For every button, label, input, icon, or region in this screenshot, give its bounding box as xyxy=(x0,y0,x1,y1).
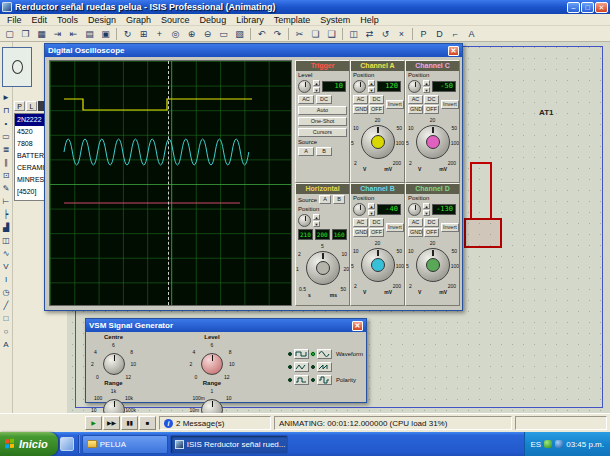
channel-c-invert-button[interactable]: Invert xyxy=(441,100,459,109)
trigger-coupling-dc[interactable]: DC xyxy=(316,95,332,104)
pick-parts-button[interactable]: P xyxy=(14,101,25,111)
zoom-in-icon[interactable]: ⊕ xyxy=(184,27,199,41)
signal-generator-window[interactable]: VSM Signal Generator ✕ Centre 0 2 4 6 8 … xyxy=(85,318,367,403)
menu-system[interactable]: System xyxy=(315,15,355,25)
taskbar-task-pelua[interactable]: PELUA xyxy=(82,435,168,454)
current-probe-icon[interactable]: I xyxy=(0,274,12,287)
signal-generator-titlebar[interactable]: VSM Signal Generator ✕ xyxy=(86,319,366,332)
mark-output-area-icon[interactable]: ▣ xyxy=(98,27,113,41)
text-script-icon[interactable]: ≣ xyxy=(0,144,12,157)
block-rotate-icon[interactable]: ↺ xyxy=(378,27,393,41)
toggle-grid-icon[interactable]: ⊞ xyxy=(136,27,151,41)
channel-a-coupling-dc[interactable]: DC xyxy=(369,95,384,104)
channel-c-gain-knob[interactable] xyxy=(416,125,450,159)
block-move-icon[interactable]: ⇄ xyxy=(362,27,377,41)
taskbar-task-isis[interactable]: ISIS Rerductor señal rued... xyxy=(170,435,288,454)
position-up-button[interactable]: ▲ xyxy=(368,203,375,209)
make-device-icon[interactable]: D xyxy=(432,27,447,41)
export-section-icon[interactable]: ⇤ xyxy=(66,27,81,41)
square-wave-button[interactable] xyxy=(294,349,309,359)
channel-b-coupling-ac[interactable]: AC xyxy=(353,218,368,227)
level-knob[interactable] xyxy=(201,353,223,375)
trigger-auto-button[interactable]: Auto xyxy=(298,106,347,115)
block-delete-icon[interactable]: × xyxy=(394,27,409,41)
pick-device-icon[interactable]: P xyxy=(416,27,431,41)
paste-icon[interactable]: ❑ xyxy=(324,27,339,41)
unipolar-button[interactable] xyxy=(294,375,309,385)
oscilloscope-window[interactable]: Digital Oscilloscope ✕ Trigger Level xyxy=(44,43,463,311)
position-down-button[interactable]: ▼ xyxy=(423,210,430,216)
trigger-cursors-button[interactable]: Cursors xyxy=(298,128,347,137)
start-button[interactable]: Inicio xyxy=(0,432,58,456)
zoom-all-icon[interactable]: ▭ xyxy=(216,27,231,41)
position-down-button[interactable]: ▼ xyxy=(368,87,375,93)
channel-a-coupling-gnd[interactable]: GND xyxy=(353,105,368,114)
tray-status-icon[interactable] xyxy=(544,440,552,448)
voltage-probe-icon[interactable]: V xyxy=(0,261,12,274)
step-button[interactable]: ▶▶ xyxy=(103,416,120,430)
junction-dot-icon[interactable]: • xyxy=(0,118,12,131)
channel-c-coupling-ac[interactable]: AC xyxy=(408,95,423,104)
minimize-button[interactable]: – xyxy=(567,2,580,13)
graph-mode-icon[interactable]: ▟ xyxy=(0,222,12,235)
channel-a-coupling-ac[interactable]: AC xyxy=(353,95,368,104)
block-copy-icon[interactable]: ◫ xyxy=(346,27,361,41)
position-down-button[interactable]: ▼ xyxy=(368,210,375,216)
channel-b-invert-button[interactable]: Invert xyxy=(386,223,404,232)
oscilloscope-titlebar[interactable]: Digital Oscilloscope ✕ xyxy=(45,44,462,57)
undo-icon[interactable]: ↶ xyxy=(254,27,269,41)
horizontal-source-b[interactable]: B xyxy=(333,195,345,204)
buses-mode-icon[interactable]: ∥ xyxy=(0,157,12,170)
position-down-button[interactable]: ▼ xyxy=(423,87,430,93)
wire[interactable] xyxy=(470,162,472,218)
level-down-button[interactable]: ▼ xyxy=(313,87,320,93)
channel-d-coupling-off[interactable]: OFF xyxy=(424,228,439,237)
menu-edit[interactable]: Edit xyxy=(27,15,53,25)
channel-d-gain-knob[interactable] xyxy=(416,248,450,282)
bipolar-button[interactable] xyxy=(317,375,332,385)
open-design-icon[interactable]: ❐ xyxy=(18,27,33,41)
play-button[interactable]: ▶ xyxy=(85,416,102,430)
menu-source[interactable]: Source xyxy=(156,15,195,25)
virtual-instruments-icon[interactable]: ◷ xyxy=(0,287,12,300)
menu-template[interactable]: Template xyxy=(269,15,316,25)
position-up-button[interactable]: ▲ xyxy=(313,214,320,220)
redo-icon[interactable]: ↷ xyxy=(270,27,285,41)
sine-wave-button[interactable] xyxy=(317,349,332,359)
horizontal-source-a[interactable]: A xyxy=(319,195,331,204)
print-icon[interactable]: ▤ xyxy=(82,27,97,41)
redraw-icon[interactable]: ↻ xyxy=(120,27,135,41)
menu-file[interactable]: File xyxy=(2,15,27,25)
component-mode-icon[interactable]: ⊓ xyxy=(0,105,12,118)
wire-autorouter-icon[interactable]: ⌐ xyxy=(448,27,463,41)
triangle-wave-button[interactable] xyxy=(294,362,309,372)
subcircuit-icon[interactable]: ⊡ xyxy=(0,170,12,183)
channel-a-invert-button[interactable]: Invert xyxy=(386,100,404,109)
instant-edit-icon[interactable]: ✎ xyxy=(0,183,12,196)
menu-help[interactable]: Help xyxy=(355,15,384,25)
trigger-source-b[interactable]: B xyxy=(316,147,332,156)
save-design-icon[interactable]: ▦ xyxy=(34,27,49,41)
maximize-button[interactable]: □ xyxy=(581,2,594,13)
property-assignment-icon[interactable]: A xyxy=(464,27,479,41)
2d-circle-icon[interactable]: ○ xyxy=(0,326,12,339)
wire[interactable] xyxy=(470,162,492,164)
message-box[interactable]: i 2 Message(s) xyxy=(159,416,271,430)
channel-d-coupling-gnd[interactable]: GND xyxy=(408,228,423,237)
centre-knob[interactable] xyxy=(103,353,125,375)
cut-icon[interactable]: ✂ xyxy=(292,27,307,41)
2d-line-icon[interactable]: ╱ xyxy=(0,300,12,313)
channel-b-position-knob[interactable] xyxy=(353,203,366,216)
trigger-one-shot-button[interactable]: One-Shot xyxy=(298,117,347,126)
menu-library[interactable]: Library xyxy=(231,15,269,25)
position-down-button[interactable]: ▼ xyxy=(313,221,320,227)
stop-button[interactable]: ■ xyxy=(139,416,156,430)
channel-c-coupling-dc[interactable]: DC xyxy=(424,95,439,104)
channel-b-gain-knob[interactable] xyxy=(361,248,395,282)
channel-b-coupling-off[interactable]: OFF xyxy=(369,228,384,237)
close-button[interactable]: ✕ xyxy=(595,2,608,13)
device-pins-icon[interactable]: ┝ xyxy=(0,209,12,222)
menu-graph[interactable]: Graph xyxy=(121,15,156,25)
generator-mode-icon[interactable]: ∿ xyxy=(0,248,12,261)
terminals-icon[interactable]: ⊢ xyxy=(0,196,12,209)
